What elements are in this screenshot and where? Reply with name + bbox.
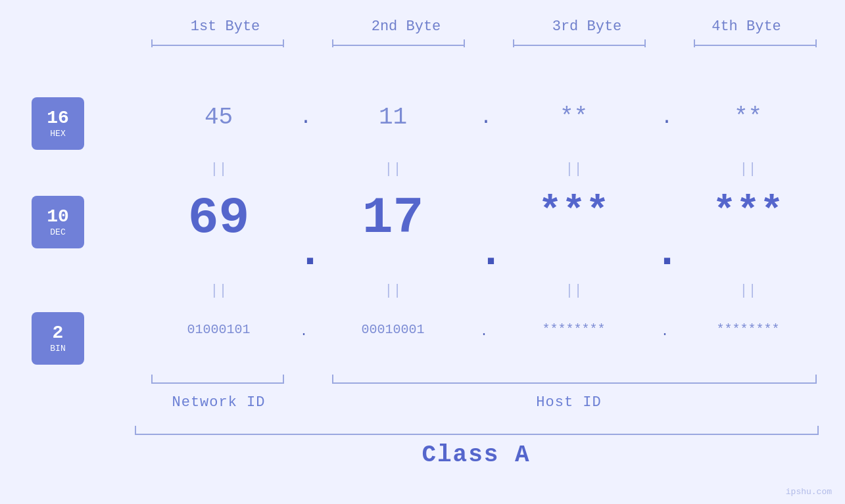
- bracket-right-3: [644, 39, 646, 47]
- bin-b2: 00010001: [316, 322, 470, 337]
- dec-b2: 17: [316, 189, 470, 247]
- host-bracket-right: [815, 375, 817, 384]
- bracket-left-4: [694, 39, 695, 47]
- dec-badge: 10 DEC: [32, 196, 84, 248]
- bracket-left-2: [332, 39, 333, 47]
- bin-dot-1: .: [300, 324, 308, 339]
- eq-hex-dec-1: ||: [135, 161, 302, 177]
- byte-label-3: 3rd Byte: [496, 18, 677, 35]
- dec-b1: 69: [135, 189, 302, 247]
- hex-dot-2: .: [480, 106, 492, 129]
- byte-label-2: 2nd Byte: [316, 18, 496, 35]
- bracket-top-3: [513, 45, 644, 46]
- network-bracket-top: [151, 382, 283, 384]
- dec-b4: ***: [677, 189, 819, 234]
- dec-b3: ***: [496, 189, 651, 234]
- class-label: Class A: [135, 442, 817, 469]
- bracket-top-2: [332, 45, 464, 46]
- eq-dec-bin-1: ||: [135, 283, 302, 299]
- hex-badge: 16 HEX: [32, 97, 84, 150]
- bracket-left-1: [151, 39, 153, 47]
- hex-dot-3: .: [661, 106, 673, 129]
- eq-dec-bin-2: ||: [316, 283, 470, 299]
- dec-dot-2: .: [478, 229, 504, 277]
- class-bracket-top: [135, 434, 817, 435]
- hex-dot-1: .: [300, 106, 312, 129]
- bin-b3: ********: [496, 322, 651, 337]
- bin-b4: ********: [677, 322, 819, 337]
- dec-dot-3: .: [654, 229, 680, 277]
- host-id-label: Host ID: [316, 394, 822, 411]
- network-bracket-left: [151, 375, 153, 384]
- class-bracket-left: [135, 426, 136, 435]
- network-id-label: Network ID: [135, 394, 302, 411]
- hex-b2: 11: [316, 104, 470, 131]
- bracket-right-4: [815, 39, 817, 47]
- host-bracket-top: [332, 382, 815, 384]
- byte-label-1: 1st Byte: [135, 18, 316, 35]
- bracket-top-4: [694, 45, 815, 46]
- eq-dec-bin-3: ||: [496, 283, 651, 299]
- bracket-right-2: [464, 39, 465, 47]
- bracket-top-1: [151, 45, 283, 46]
- hex-b3: **: [496, 104, 651, 131]
- byte-label-4: 4th Byte: [677, 18, 815, 35]
- bin-dot-2: .: [480, 324, 488, 339]
- bin-dot-3: .: [661, 324, 669, 339]
- bin-b1: 01000101: [135, 322, 302, 337]
- eq-hex-dec-2: ||: [316, 161, 470, 177]
- bracket-right-1: [283, 39, 284, 47]
- class-bracket-right: [817, 426, 819, 435]
- bin-badge: 2 BIN: [32, 312, 84, 365]
- hex-b1: 45: [135, 104, 302, 131]
- host-bracket-left: [332, 375, 333, 384]
- eq-hex-dec-4: ||: [677, 161, 819, 177]
- eq-hex-dec-3: ||: [496, 161, 651, 177]
- network-bracket-right: [283, 375, 284, 384]
- watermark: ipshu.com: [786, 486, 832, 497]
- main-layout: 1st Byte 2nd Byte 3rd Byte 4th Byte 16 H…: [0, 0, 845, 504]
- hex-b4: **: [677, 104, 819, 131]
- eq-dec-bin-4: ||: [677, 283, 819, 299]
- bracket-left-3: [513, 39, 514, 47]
